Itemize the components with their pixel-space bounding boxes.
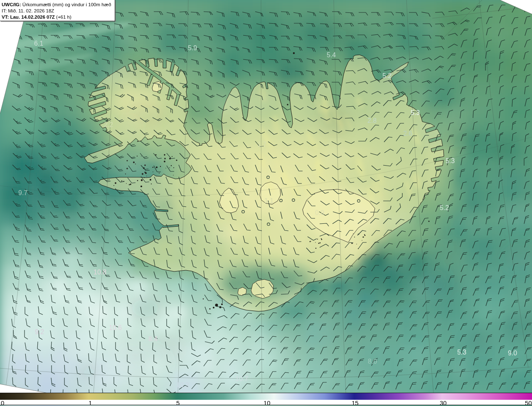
svg-text:9.0: 9.0 bbox=[508, 350, 517, 357]
svg-text:8.4: 8.4 bbox=[148, 335, 158, 342]
svg-text:2.6: 2.6 bbox=[403, 130, 412, 137]
svg-text:2.2: 2.2 bbox=[104, 121, 113, 128]
svg-text:5.3: 5.3 bbox=[446, 157, 455, 164]
svg-text:6.1: 6.1 bbox=[34, 40, 43, 47]
svg-text:10.3: 10.3 bbox=[176, 382, 189, 389]
svg-text:5.3: 5.3 bbox=[411, 109, 420, 116]
svg-text:5.3: 5.3 bbox=[457, 349, 466, 356]
svg-text:1.7: 1.7 bbox=[257, 141, 266, 148]
svg-text:9.7: 9.7 bbox=[18, 189, 27, 196]
svg-text:8.0: 8.0 bbox=[368, 358, 377, 365]
svg-text:10.8: 10.8 bbox=[94, 269, 106, 276]
svg-text:10.6: 10.6 bbox=[109, 324, 122, 331]
svg-text:9.2: 9.2 bbox=[35, 328, 44, 335]
svg-text:10.7: 10.7 bbox=[235, 375, 248, 382]
svg-text:2.8: 2.8 bbox=[367, 117, 377, 124]
svg-text:5.9: 5.9 bbox=[188, 44, 197, 51]
svg-text:5.2: 5.2 bbox=[440, 204, 449, 211]
svg-text:0.9: 0.9 bbox=[315, 209, 324, 216]
svg-text:5.2: 5.2 bbox=[382, 72, 392, 79]
svg-text:1.1: 1.1 bbox=[264, 197, 273, 204]
svg-text:5.4: 5.4 bbox=[327, 51, 336, 59]
